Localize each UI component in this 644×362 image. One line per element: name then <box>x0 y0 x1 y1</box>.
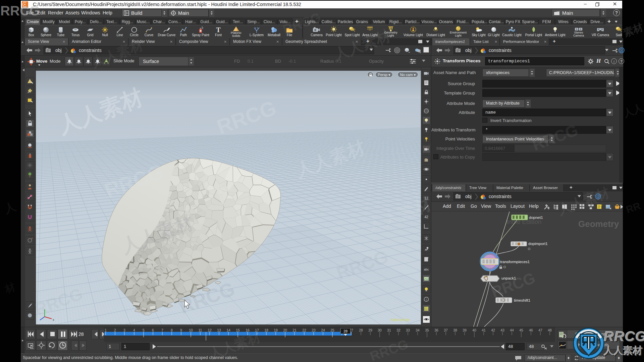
svg-text:T: T <box>216 26 221 34</box>
svg-text:x: x <box>53 318 54 321</box>
svg-text:hide/unhide: hide/unhide <box>391 318 410 322</box>
svg-text:42: 42 <box>424 215 428 219</box>
svg-text:i: i <box>426 298 427 301</box>
svg-text:12: 12 <box>424 196 428 200</box>
svg-text:abc: abc <box>424 268 429 271</box>
